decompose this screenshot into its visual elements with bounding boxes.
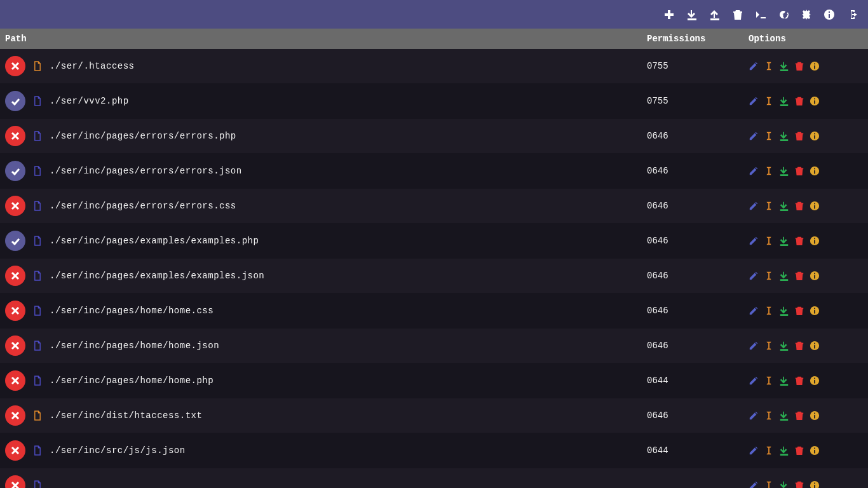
delete-icon[interactable] xyxy=(794,271,804,281)
delete-icon[interactable] xyxy=(794,480,804,488)
file-path[interactable]: ./ser/inc/pages/errors/errors.css xyxy=(50,201,647,211)
edit-icon[interactable] xyxy=(749,306,759,316)
edit-icon[interactable] xyxy=(749,201,759,211)
info-icon[interactable] xyxy=(824,9,835,20)
download-icon[interactable] xyxy=(779,96,789,106)
delete-icon[interactable] xyxy=(794,131,804,141)
info-icon[interactable] xyxy=(810,131,820,141)
file-path[interactable]: ./ser/inc/src/js/js.json xyxy=(50,445,647,456)
edit-icon[interactable] xyxy=(749,445,759,456)
rename-icon[interactable] xyxy=(764,445,774,456)
info-icon[interactable] xyxy=(810,306,820,316)
row-options xyxy=(749,61,863,71)
file-path[interactable]: ./ser/inc/pages/errors/errors.json xyxy=(50,166,647,176)
delete-icon[interactable] xyxy=(794,96,804,106)
rename-icon[interactable] xyxy=(764,201,774,211)
edit-icon[interactable] xyxy=(749,271,759,281)
delete-icon[interactable] xyxy=(794,306,804,316)
info-icon[interactable] xyxy=(810,376,820,386)
file-path[interactable]: ./ser/inc/pages/home/home.json xyxy=(50,341,647,351)
file-permissions: 0644 xyxy=(647,376,749,386)
settings-icon[interactable] xyxy=(801,9,812,20)
download-icon[interactable] xyxy=(686,9,698,20)
download-icon[interactable] xyxy=(779,376,789,386)
delete-icon[interactable] xyxy=(794,445,804,456)
rename-icon[interactable] xyxy=(764,271,774,281)
file-icon xyxy=(32,305,43,316)
table-row: ./ser/.htaccess0755 xyxy=(0,49,868,84)
edit-icon[interactable] xyxy=(749,236,759,246)
rename-icon[interactable] xyxy=(764,236,774,246)
delete-icon[interactable] xyxy=(794,410,804,421)
file-path[interactable]: ./ser/vvv2.php xyxy=(50,96,647,106)
upload-icon[interactable] xyxy=(709,9,721,20)
rename-icon[interactable] xyxy=(764,376,774,386)
delete-icon[interactable] xyxy=(794,236,804,246)
rename-icon[interactable] xyxy=(764,410,774,421)
file-icon xyxy=(32,130,43,142)
file-path[interactable]: ./ser/inc/pages/home/home.css xyxy=(50,306,647,316)
delete-icon[interactable] xyxy=(794,201,804,211)
signout-icon[interactable] xyxy=(846,9,858,20)
rename-icon[interactable] xyxy=(764,480,774,488)
refresh-icon[interactable] xyxy=(778,9,789,20)
edit-icon[interactable] xyxy=(749,376,759,386)
info-icon[interactable] xyxy=(810,201,820,211)
delete-icon[interactable] xyxy=(794,341,804,351)
file-path[interactable]: ./ser/.htaccess xyxy=(50,61,647,71)
info-icon[interactable] xyxy=(810,445,820,456)
file-icon xyxy=(32,410,43,421)
file-path[interactable]: ./ser/inc/pages/errors/errors.php xyxy=(50,131,647,141)
download-icon[interactable] xyxy=(779,61,789,71)
rename-icon[interactable] xyxy=(764,96,774,106)
status-error-icon xyxy=(5,405,25,426)
file-path[interactable]: ./ser/inc/pages/examples/examples.php xyxy=(50,236,647,246)
info-icon[interactable] xyxy=(810,410,820,421)
file-icon xyxy=(32,445,43,456)
edit-icon[interactable] xyxy=(749,166,759,176)
plus-icon[interactable] xyxy=(663,9,675,20)
file-permissions: 0755 xyxy=(647,61,749,71)
info-icon[interactable] xyxy=(810,271,820,281)
table-row: ./ser/inc/pages/errors/errors.json0646 xyxy=(0,154,868,189)
download-icon[interactable] xyxy=(779,131,789,141)
delete-icon[interactable] xyxy=(794,61,804,71)
download-icon[interactable] xyxy=(779,201,789,211)
edit-icon[interactable] xyxy=(749,341,759,351)
delete-icon[interactable] xyxy=(794,166,804,176)
file-path[interactable]: ./ser/inc/pages/home/home.php xyxy=(50,376,647,386)
download-icon[interactable] xyxy=(779,236,789,246)
download-icon[interactable] xyxy=(779,410,789,421)
info-icon[interactable] xyxy=(810,96,820,106)
trash-icon[interactable] xyxy=(732,9,743,20)
terminal-icon[interactable] xyxy=(755,9,766,20)
delete-icon[interactable] xyxy=(794,376,804,386)
row-options xyxy=(749,341,863,351)
edit-icon[interactable] xyxy=(749,480,759,488)
info-icon[interactable] xyxy=(810,236,820,246)
file-path[interactable]: ./ser/inc/pages/examples/examples.json xyxy=(50,271,647,281)
download-icon[interactable] xyxy=(779,271,789,281)
edit-icon[interactable] xyxy=(749,410,759,421)
rename-icon[interactable] xyxy=(764,166,774,176)
rename-icon[interactable] xyxy=(764,131,774,141)
info-icon[interactable] xyxy=(810,166,820,176)
rename-icon[interactable] xyxy=(764,341,774,351)
edit-icon[interactable] xyxy=(749,61,759,71)
info-icon[interactable] xyxy=(810,480,820,488)
rename-icon[interactable] xyxy=(764,61,774,71)
download-icon[interactable] xyxy=(779,166,789,176)
file-path[interactable]: ./ser/inc/dist/htaccess.txt xyxy=(50,410,647,421)
header-options: Options xyxy=(749,34,863,44)
info-icon[interactable] xyxy=(810,61,820,71)
rename-icon[interactable] xyxy=(764,306,774,316)
edit-icon[interactable] xyxy=(749,96,759,106)
download-icon[interactable] xyxy=(779,341,789,351)
info-icon[interactable] xyxy=(810,341,820,351)
download-icon[interactable] xyxy=(779,306,789,316)
table-row: ./ser/inc/pages/examples/examples.json06… xyxy=(0,259,868,294)
edit-icon[interactable] xyxy=(749,131,759,141)
status-ok-icon xyxy=(5,231,25,251)
download-icon[interactable] xyxy=(779,480,789,488)
download-icon[interactable] xyxy=(779,445,789,456)
